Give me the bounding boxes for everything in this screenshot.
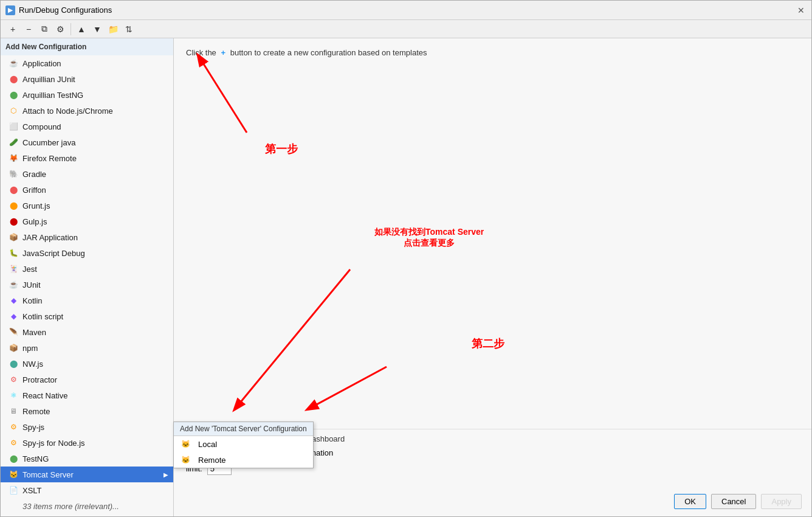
sidebar-item-compound[interactable]: ⬜ Compound bbox=[1, 119, 173, 134]
sidebar-item-label: JAR Application bbox=[22, 233, 78, 242]
js-debug-icon: 🐛 bbox=[8, 248, 19, 258]
sidebar-item-protractor[interactable]: ⚙ Protractor bbox=[1, 372, 173, 387]
firefox-icon: 🦊 bbox=[8, 153, 19, 164]
sidebar-item-spy-js-node[interactable]: ⚙ Spy-js for Node.js bbox=[1, 435, 173, 451]
context-menu: Add New 'Tomcat Server' Configuration 🐱 … bbox=[173, 422, 314, 468]
tomcat-submenu: Add New 'Tomcat Server' Configuration 🐱 … bbox=[173, 422, 314, 468]
remove-config-button[interactable]: − bbox=[21, 22, 36, 36]
sidebar-item-label: Cucumber java bbox=[22, 138, 75, 147]
sidebar-item-jar[interactable]: 📦 JAR Application bbox=[1, 229, 173, 245]
sidebar-item-label: Tomcat Server bbox=[22, 470, 74, 479]
sidebar-item-xslt[interactable]: 📄 XSLT bbox=[1, 482, 173, 498]
dialog-title: Run/Debug Configurations bbox=[19, 5, 796, 15]
add-config-button[interactable]: + bbox=[5, 22, 20, 36]
sidebar-item-label: Gradle bbox=[22, 170, 46, 179]
settings-icon: ⚙ bbox=[57, 24, 64, 34]
arquillian-testng-icon: ⬤ bbox=[8, 89, 19, 100]
bottom-buttons: OK Cancel Apply bbox=[674, 494, 802, 509]
new-configuration-header: Add New Configuration bbox=[1, 38, 173, 55]
svg-line-3 bbox=[308, 367, 387, 409]
sidebar-item-firefox[interactable]: 🦊 Firefox Remote bbox=[1, 150, 173, 166]
move-up-button[interactable]: ▲ bbox=[74, 22, 89, 36]
sidebar-item-label: Arquillian JUnit bbox=[22, 75, 75, 84]
sidebar-item-grunt[interactable]: ⬤ Grunt.js bbox=[1, 198, 173, 213]
context-menu-item-local[interactable]: 🐱 Local bbox=[174, 436, 313, 452]
sidebar-item-gradle[interactable]: 🐘 Gradle bbox=[1, 166, 173, 182]
sidebar-item-attach-node[interactable]: ⬡ Attach to Node.js/Chrome bbox=[1, 103, 173, 119]
junit-icon: ☕ bbox=[8, 279, 19, 290]
annotation-tomcat-hint: 如果没有找到Tomcat Server 点击查看更多 bbox=[374, 227, 484, 249]
compound-icon: ⬜ bbox=[8, 121, 19, 132]
copy-config-button[interactable]: ⧉ bbox=[37, 22, 52, 36]
jest-icon: 🃏 bbox=[8, 263, 19, 274]
sidebar-item-label: JUnit bbox=[22, 280, 41, 290]
svg-line-1 bbox=[198, 55, 247, 133]
cucumber-icon: 🥒 bbox=[8, 137, 19, 148]
sidebar-item-npm[interactable]: 📦 npm bbox=[1, 340, 173, 356]
apply-button[interactable]: Apply bbox=[761, 494, 802, 509]
sidebar-item-testng[interactable]: ⬤ TestNG bbox=[1, 451, 173, 467]
sidebar-item-cucumber[interactable]: 🥒 Cucumber java bbox=[1, 134, 173, 150]
close-button[interactable]: ✕ bbox=[796, 5, 807, 16]
settings-button[interactable]: ⚙ bbox=[53, 22, 67, 36]
ok-button[interactable]: OK bbox=[674, 494, 706, 509]
sidebar-item-label: Kotlin bbox=[22, 296, 43, 305]
sidebar-item-label: Spy-js bbox=[22, 423, 44, 432]
annotation-step1: 第一步 bbox=[265, 142, 298, 156]
sidebar-item-js-debug[interactable]: 🐛 JavaScript Debug bbox=[1, 245, 173, 261]
move-down-button[interactable]: ▼ bbox=[90, 22, 105, 36]
folder-icon: 📁 bbox=[108, 24, 119, 34]
sidebar-item-nwjs[interactable]: ⬤ NW.js bbox=[1, 356, 173, 372]
spy-js-node-icon: ⚙ bbox=[8, 437, 19, 448]
sidebar-item-tomcat[interactable]: 🐱 Tomcat Server ▶ bbox=[1, 467, 173, 482]
spy-js-icon: ⚙ bbox=[8, 422, 19, 432]
main-area: Add New Configuration ☕ Application ⬤ Ar… bbox=[1, 38, 811, 516]
sidebar-item-application[interactable]: ☕ Application bbox=[1, 55, 173, 71]
sidebar-item-kotlin[interactable]: ◆ Kotlin bbox=[1, 293, 173, 308]
sidebar-item-more[interactable]: 33 items more (irrelevant)... bbox=[1, 498, 173, 514]
sort-button[interactable]: ⇅ bbox=[122, 22, 136, 36]
sidebar-item-label: Gulp.js bbox=[22, 217, 47, 226]
down-arrow-icon: ▼ bbox=[93, 24, 102, 34]
sidebar-item-label: NW.js bbox=[22, 359, 43, 369]
application-icon: ☕ bbox=[8, 58, 19, 69]
tomcat-submenu-arrow: ▶ bbox=[163, 471, 168, 478]
cancel-button[interactable]: Cancel bbox=[711, 494, 756, 509]
sidebar-item-junit[interactable]: ☕ JUnit bbox=[1, 277, 173, 293]
sidebar-item-label: Remote bbox=[22, 407, 50, 416]
sidebar-item-label: Firefox Remote bbox=[22, 154, 77, 163]
sidebar-item-label: JavaScript Debug bbox=[22, 249, 85, 258]
kotlin-script-icon: ◆ bbox=[8, 311, 19, 322]
sidebar-item-kotlin-script[interactable]: ◆ Kotlin script bbox=[1, 308, 173, 324]
arquillian-junit-icon: ⬤ bbox=[8, 74, 19, 85]
sidebar-item-label: Kotlin script bbox=[22, 312, 63, 321]
sidebar-item-spy-js[interactable]: ⚙ Spy-js bbox=[1, 419, 173, 435]
run-debug-dialog: ▶ Run/Debug Configurations ✕ + − ⧉ ⚙ ▲ ▼… bbox=[0, 0, 812, 517]
sidebar-item-jest[interactable]: 🃏 Jest bbox=[1, 261, 173, 277]
attach-node-icon: ⬡ bbox=[8, 105, 19, 116]
minus-icon: − bbox=[26, 24, 31, 34]
sidebar-item-maven[interactable]: 🪶 Maven bbox=[1, 324, 173, 340]
griffon-icon: ⬤ bbox=[8, 184, 19, 195]
sidebar-item-react-native[interactable]: ⚛ React Native bbox=[1, 387, 173, 403]
context-menu-item-remote[interactable]: 🐱 Remote bbox=[174, 452, 313, 468]
sidebar-item-remote[interactable]: 🖥 Remote bbox=[1, 403, 173, 419]
testng-icon: ⬤ bbox=[8, 453, 19, 464]
title-bar-controls: ✕ bbox=[796, 5, 807, 16]
folder-button[interactable]: 📁 bbox=[106, 22, 120, 36]
sidebar-item-label: Griffon bbox=[22, 186, 46, 195]
sidebar-item-label: React Native bbox=[22, 391, 67, 400]
annotation-step2: 第二步 bbox=[472, 336, 504, 351]
sidebar-item-label: Arquillian TestNG bbox=[22, 91, 83, 100]
sort-icon: ⇅ bbox=[125, 24, 132, 34]
protractor-icon: ⚙ bbox=[8, 374, 19, 385]
sidebar-item-label: XSLT bbox=[22, 486, 42, 495]
tomcat-icon: 🐱 bbox=[8, 469, 19, 480]
sidebar-item-label: Maven bbox=[22, 328, 46, 337]
sidebar-item-arquillian-junit[interactable]: ⬤ Arquillian JUnit bbox=[1, 71, 173, 87]
sidebar-item-arquillian-testng[interactable]: ⬤ Arquillian TestNG bbox=[1, 87, 173, 103]
dialog-icon: ▶ bbox=[5, 5, 15, 15]
up-arrow-icon: ▲ bbox=[77, 24, 86, 34]
sidebar-item-gulp[interactable]: ⬤ Gulp.js bbox=[1, 213, 173, 229]
sidebar-item-griffon[interactable]: ⬤ Griffon bbox=[1, 182, 173, 198]
